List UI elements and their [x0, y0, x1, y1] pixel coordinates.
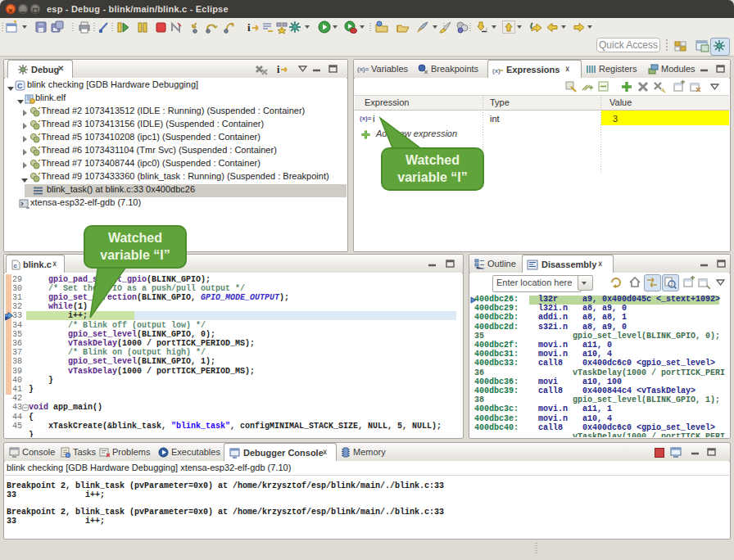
- svg-text:C: C: [17, 82, 23, 90]
- svg-text:(x)=: (x)=: [360, 115, 372, 122]
- svg-text:c: c: [14, 262, 18, 269]
- svg-text:i: i: [247, 21, 251, 34]
- svg-text:(x)=: (x)=: [357, 65, 369, 73]
- svg-text:i: i: [277, 64, 280, 75]
